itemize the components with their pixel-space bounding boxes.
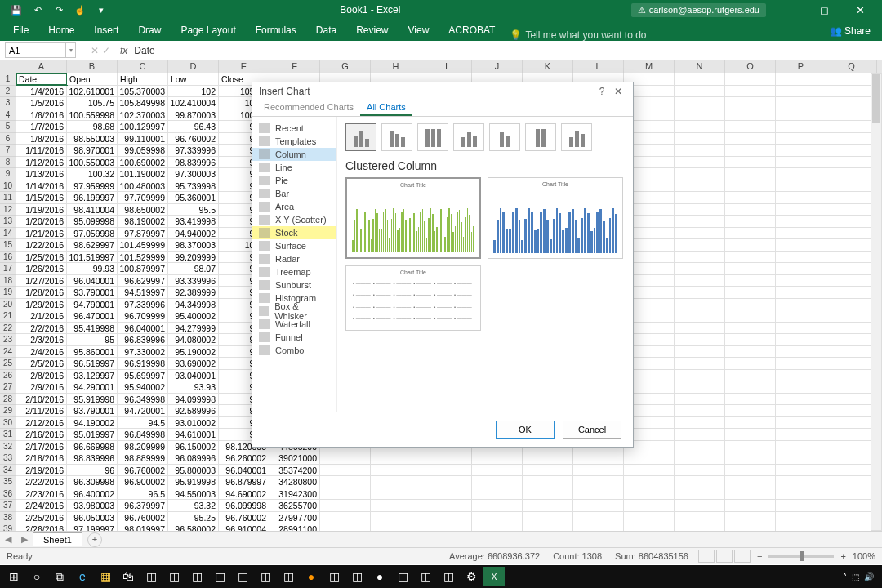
settings-icon[interactable]: ⚙ xyxy=(461,567,482,586)
cell[interactable]: 96.309998 xyxy=(67,476,118,488)
cell[interactable]: 97.059998 xyxy=(67,228,118,239)
cell[interactable] xyxy=(826,394,877,405)
cell[interactable] xyxy=(675,500,725,511)
cell[interactable] xyxy=(472,488,523,500)
cell[interactable] xyxy=(776,476,826,488)
row-header[interactable]: 17 xyxy=(0,263,16,275)
cell[interactable]: 1/12/2016 xyxy=(16,157,67,168)
cell[interactable] xyxy=(725,465,776,476)
tell-me-search[interactable]: 💡 Tell me what you want to do xyxy=(510,29,646,41)
cell[interactable]: 2/10/2016 xyxy=(16,394,67,405)
cell[interactable] xyxy=(675,323,725,334)
cell[interactable]: 98.550003 xyxy=(67,133,118,145)
cell[interactable] xyxy=(725,488,776,500)
column-header[interactable]: G xyxy=(320,60,371,73)
cell[interactable]: 102.370003 xyxy=(118,109,168,121)
cell[interactable] xyxy=(675,381,725,393)
cell[interactable] xyxy=(826,145,877,156)
column-header[interactable]: P xyxy=(776,60,826,73)
cell[interactable] xyxy=(675,74,725,85)
cell[interactable]: 96.040001 xyxy=(118,323,168,334)
tab-all-charts[interactable]: All Charts xyxy=(360,100,412,116)
cell[interactable] xyxy=(725,500,776,511)
cell[interactable] xyxy=(675,157,725,168)
app-icon[interactable]: ◫ xyxy=(232,567,253,586)
maximize-icon[interactable]: ◻ xyxy=(810,0,838,20)
cell[interactable] xyxy=(776,394,826,405)
cell[interactable]: 102.610001 xyxy=(67,86,118,97)
cell[interactable]: 99.110001 xyxy=(118,133,168,145)
app-icon[interactable]: ◫ xyxy=(163,567,185,586)
tab-formulas[interactable]: Formulas xyxy=(246,20,306,41)
chart-category-radar[interactable]: Radar xyxy=(252,252,336,265)
cell[interactable]: 96.43 xyxy=(168,121,219,132)
cancel-button[interactable]: Cancel xyxy=(563,421,621,439)
cell[interactable] xyxy=(675,417,725,429)
row-header[interactable]: 28 xyxy=(0,394,16,406)
cell[interactable]: 100.559998 xyxy=(67,109,118,121)
cell[interactable]: 95.360001 xyxy=(168,192,219,203)
cell[interactable] xyxy=(776,109,826,121)
cell[interactable]: 95.190002 xyxy=(168,346,219,358)
cell[interactable] xyxy=(675,168,725,180)
cell[interactable] xyxy=(320,523,371,531)
cell[interactable]: 96.150002 xyxy=(168,441,219,452)
cell[interactable] xyxy=(472,452,523,464)
subtype-100-stacked-column[interactable] xyxy=(417,123,448,151)
cell[interactable] xyxy=(725,263,776,274)
cell[interactable]: 2/17/2016 xyxy=(16,441,67,452)
cell[interactable] xyxy=(776,145,826,156)
cell[interactable] xyxy=(725,476,776,488)
cell[interactable] xyxy=(826,334,877,345)
cell[interactable]: 1/21/2016 xyxy=(16,228,67,239)
column-header[interactable]: F xyxy=(270,60,320,73)
cell[interactable] xyxy=(725,370,776,381)
cell[interactable] xyxy=(725,192,776,203)
row-header[interactable]: 30 xyxy=(0,417,16,430)
row-header[interactable]: 5 xyxy=(0,121,16,133)
cell[interactable] xyxy=(725,394,776,405)
cell[interactable] xyxy=(725,346,776,358)
cell[interactable]: 96.839996 xyxy=(118,334,168,345)
cell[interactable] xyxy=(826,512,877,523)
cell[interactable] xyxy=(573,452,624,464)
cell[interactable] xyxy=(826,523,877,531)
app-icon[interactable]: ◫ xyxy=(186,567,207,586)
chart-category-treemap[interactable]: Treemap xyxy=(252,265,336,278)
cell[interactable]: 2/2/2016 xyxy=(16,323,67,334)
column-header[interactable]: D xyxy=(168,60,219,73)
dialog-close-icon[interactable]: ✕ xyxy=(610,86,626,97)
chart-category-stock[interactable]: Stock xyxy=(252,226,336,239)
chart-category-column[interactable]: Column xyxy=(252,148,336,161)
row-header[interactable]: 36 xyxy=(0,488,16,501)
tab-review[interactable]: Review xyxy=(346,20,398,41)
cell[interactable] xyxy=(826,429,877,440)
cell[interactable]: 96.349998 xyxy=(118,394,168,405)
cell[interactable] xyxy=(725,86,776,97)
cell[interactable]: 2/11/2016 xyxy=(16,405,67,416)
cell[interactable] xyxy=(725,275,776,287)
row-header[interactable]: 34 xyxy=(0,465,16,477)
row-header[interactable]: 22 xyxy=(0,323,16,335)
cell[interactable] xyxy=(826,370,877,381)
row-header[interactable]: 25 xyxy=(0,358,16,370)
cell[interactable]: 96.910004 xyxy=(219,523,270,531)
cell[interactable]: 93.790001 xyxy=(67,287,118,298)
app-icon[interactable]: ◫ xyxy=(415,567,436,586)
cell[interactable] xyxy=(371,465,421,476)
cell[interactable]: 94.290001 xyxy=(67,381,118,393)
cell[interactable]: 94.190002 xyxy=(67,417,118,429)
row-header[interactable]: 1 xyxy=(0,74,16,86)
cell[interactable] xyxy=(826,192,877,203)
cell[interactable]: 93.690002 xyxy=(168,358,219,369)
cell[interactable]: 2/24/2016 xyxy=(16,500,67,511)
cell[interactable] xyxy=(675,145,725,156)
chart-category-recent[interactable]: Recent xyxy=(252,122,336,135)
cell[interactable]: 93.339996 xyxy=(168,275,219,287)
cell[interactable] xyxy=(776,180,826,192)
cell[interactable] xyxy=(776,192,826,203)
zoom-out-icon[interactable]: − xyxy=(757,551,762,561)
cell[interactable]: 1/8/2016 xyxy=(16,133,67,145)
cell[interactable] xyxy=(675,523,725,531)
cell[interactable] xyxy=(776,263,826,274)
